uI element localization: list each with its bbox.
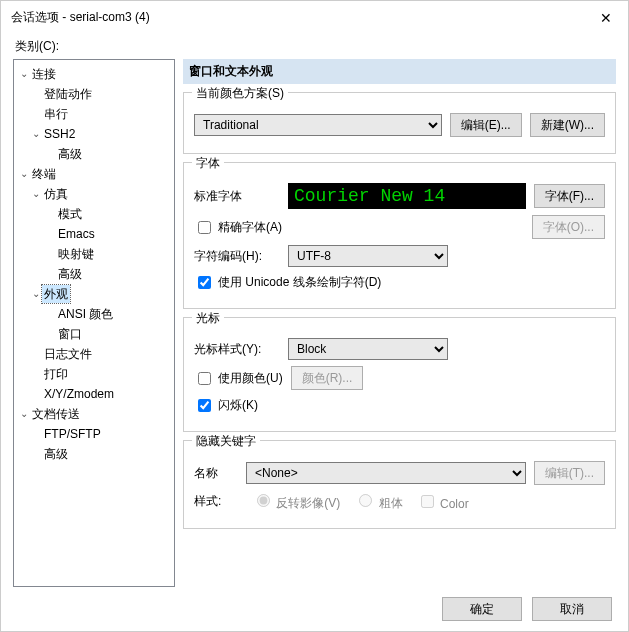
tree-item-label: 高级 bbox=[42, 445, 70, 463]
close-icon[interactable]: ✕ bbox=[594, 10, 618, 26]
ok-button[interactable]: 确定 bbox=[442, 597, 522, 621]
tree-item-label: 高级 bbox=[56, 265, 84, 283]
expand-icon[interactable]: ⌄ bbox=[30, 125, 42, 143]
charset-select[interactable]: UTF-8 bbox=[288, 245, 448, 267]
tree-item-label: SSH2 bbox=[42, 125, 77, 143]
tree-item-label: 终端 bbox=[30, 165, 58, 183]
scheme-new-button[interactable]: 新建(W)... bbox=[530, 113, 605, 137]
tree-item[interactable]: Emacs bbox=[16, 224, 172, 244]
use-color-checkbox[interactable]: 使用颜色(U) bbox=[194, 369, 283, 388]
group-font: 字体 标准字体 Courier New 14 字体(F)... 精确字体(A) … bbox=[183, 162, 616, 309]
scheme-label: 当前颜色方案(S) bbox=[192, 85, 288, 102]
cursor-style-label: 光标样式(Y): bbox=[194, 341, 280, 358]
radio-bold: 粗体 bbox=[354, 491, 402, 512]
expand-icon[interactable]: ⌄ bbox=[18, 405, 30, 423]
tree-item[interactable]: ⌄仿真 bbox=[16, 184, 172, 204]
tree-item[interactable]: ⌄外观 bbox=[16, 284, 172, 304]
tree-item[interactable]: 窗口 bbox=[16, 324, 172, 344]
unicode-lines-checkbox[interactable]: 使用 Unicode 线条绘制字符(D) bbox=[194, 273, 381, 292]
group-cursor: 光标 光标样式(Y): Block 使用颜色(U) 颜色(R)... 闪烁(K) bbox=[183, 317, 616, 432]
radio-reverse: 反转影像(V) bbox=[252, 491, 340, 512]
window-title: 会话选项 - serial-com3 (4) bbox=[11, 9, 594, 26]
scheme-edit-button[interactable]: 编辑(E)... bbox=[450, 113, 522, 137]
cursor-color-button: 颜色(R)... bbox=[291, 366, 364, 390]
panel-header: 窗口和文本外观 bbox=[183, 59, 616, 84]
cursor-legend: 光标 bbox=[192, 310, 224, 327]
tree-item-label: 外观 bbox=[42, 285, 70, 303]
tree-item[interactable]: 登陆动作 bbox=[16, 84, 172, 104]
tree-item-label: 高级 bbox=[56, 145, 84, 163]
tree-item[interactable]: 映射键 bbox=[16, 244, 172, 264]
group-color-scheme: 当前颜色方案(S) Traditional 编辑(E)... 新建(W)... bbox=[183, 92, 616, 154]
tree-item[interactable]: 串行 bbox=[16, 104, 172, 124]
font-legend: 字体 bbox=[192, 155, 224, 172]
tree-item[interactable]: FTP/SFTP bbox=[16, 424, 172, 444]
blink-checkbox[interactable]: 闪烁(K) bbox=[194, 396, 258, 415]
hidekey-style-label: 样式: bbox=[194, 493, 238, 510]
expand-icon[interactable]: ⌄ bbox=[18, 65, 30, 83]
font-preview: Courier New 14 bbox=[288, 183, 526, 209]
tree-item[interactable]: 高级 bbox=[16, 264, 172, 284]
tree-item[interactable]: 打印 bbox=[16, 364, 172, 384]
tree-item[interactable]: 日志文件 bbox=[16, 344, 172, 364]
tree-item-label: 窗口 bbox=[56, 325, 84, 343]
charset-label: 字符编码(H): bbox=[194, 248, 280, 265]
tree-item-label: 模式 bbox=[56, 205, 84, 223]
font-button-2: 字体(O)... bbox=[532, 215, 605, 239]
expand-icon[interactable]: ⌄ bbox=[18, 165, 30, 183]
hidekey-edit-button: 编辑(T)... bbox=[534, 461, 605, 485]
hidekey-legend: 隐藏关键字 bbox=[192, 433, 260, 450]
tree-item-label: 串行 bbox=[42, 105, 70, 123]
hidekey-name-select[interactable]: <None> bbox=[246, 462, 526, 484]
tree-item-label: 打印 bbox=[42, 365, 70, 383]
tree-item[interactable]: ⌄连接 bbox=[16, 64, 172, 84]
tree-item-label: X/Y/Zmodem bbox=[42, 385, 116, 403]
expand-icon[interactable]: ⌄ bbox=[30, 285, 42, 303]
tree-item-label: 登陆动作 bbox=[42, 85, 94, 103]
tree-item-label: 映射键 bbox=[56, 245, 96, 263]
tree-item-label: ANSI 颜色 bbox=[56, 305, 115, 323]
tree-item[interactable]: 高级 bbox=[16, 444, 172, 464]
tree-item[interactable]: 模式 bbox=[16, 204, 172, 224]
expand-icon[interactable]: ⌄ bbox=[30, 185, 42, 203]
tree-item[interactable]: 高级 bbox=[16, 144, 172, 164]
tree-item-label: 仿真 bbox=[42, 185, 70, 203]
scheme-select[interactable]: Traditional bbox=[194, 114, 442, 136]
tree-item-label: 日志文件 bbox=[42, 345, 94, 363]
tree-item-label: 文档传送 bbox=[30, 405, 82, 423]
radio-color: Color bbox=[417, 492, 469, 511]
std-font-label: 标准字体 bbox=[194, 188, 280, 205]
cursor-style-select[interactable]: Block bbox=[288, 338, 448, 360]
category-tree[interactable]: ⌄连接登陆动作串行⌄SSH2高级⌄终端⌄仿真模式Emacs映射键高级⌄外观ANS… bbox=[13, 59, 175, 587]
tree-item-label: FTP/SFTP bbox=[42, 425, 103, 443]
category-label: 类别(C): bbox=[15, 38, 616, 55]
tree-item[interactable]: ⌄终端 bbox=[16, 164, 172, 184]
tree-item[interactable]: ⌄文档传送 bbox=[16, 404, 172, 424]
tree-item-label: 连接 bbox=[30, 65, 58, 83]
tree-item[interactable]: X/Y/Zmodem bbox=[16, 384, 172, 404]
precise-font-checkbox[interactable]: 精确字体(A) bbox=[194, 218, 282, 237]
tree-item-label: Emacs bbox=[56, 225, 97, 243]
tree-item[interactable]: ANSI 颜色 bbox=[16, 304, 172, 324]
font-button[interactable]: 字体(F)... bbox=[534, 184, 605, 208]
tree-item[interactable]: ⌄SSH2 bbox=[16, 124, 172, 144]
hidekey-name-label: 名称 bbox=[194, 465, 238, 482]
group-hide-keyword: 隐藏关键字 名称 <None> 编辑(T)... 样式: 反转影像(V) 粗体 … bbox=[183, 440, 616, 529]
cancel-button[interactable]: 取消 bbox=[532, 597, 612, 621]
